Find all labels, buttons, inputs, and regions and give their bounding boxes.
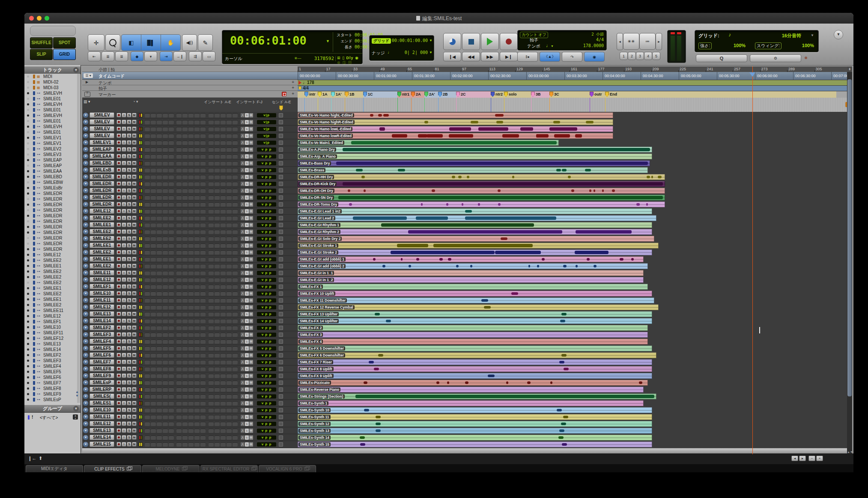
io-mini-button[interactable]: 1 (245, 209, 249, 213)
insert-slot[interactable] (163, 387, 168, 392)
input-monitor-button[interactable]: I (122, 202, 126, 207)
insert-slot[interactable] (200, 312, 206, 316)
record-enable-button[interactable] (116, 140, 121, 145)
record-button[interactable] (500, 33, 518, 50)
mute-button[interactable]: M (132, 366, 137, 371)
audio-clip[interactable]: SMILEs-E.Gt Solo Dry 2 (298, 236, 654, 242)
track-show-dot[interactable] (27, 126, 29, 128)
record-enable-button[interactable] (116, 380, 121, 385)
insert-slot[interactable] (169, 394, 174, 399)
return-to-zero-button[interactable]: ❙◀ (443, 52, 461, 61)
solo-button[interactable]: S (127, 312, 131, 316)
io-mini-button[interactable]: 中 (249, 401, 253, 405)
track-collapse-chevron[interactable]: ▼ (83, 305, 88, 310)
send-slot[interactable] (209, 401, 214, 405)
send-slot[interactable] (215, 141, 220, 145)
solo-button[interactable]: S (127, 298, 131, 303)
input-monitor-button[interactable]: I (122, 428, 126, 433)
marker-label[interactable]: 3B (536, 92, 541, 96)
track-show-dot[interactable] (27, 348, 29, 351)
track-name-button[interactable]: SMILE10 (89, 407, 114, 413)
io-mini-button[interactable]: 入 (241, 326, 245, 330)
mute-button[interactable]: M (132, 140, 137, 145)
io-mini-button[interactable]: 入 (241, 154, 245, 159)
insert-slot[interactable] (169, 189, 174, 193)
io-window-button[interactable] (279, 175, 283, 179)
insert-slot[interactable] (145, 202, 150, 207)
send-slot[interactable] (227, 264, 232, 268)
solo-button[interactable]: S (127, 147, 131, 152)
io-mini-button[interactable]: 入 (241, 223, 245, 227)
track-collapse-chevron[interactable]: ▼ (83, 339, 88, 344)
sidebar-track-item[interactable]: ⊶SMILEDR (24, 241, 78, 246)
send-slot[interactable] (227, 394, 232, 399)
insert-slot[interactable] (194, 346, 200, 351)
insert-slot[interactable] (151, 168, 156, 172)
mute-button[interactable]: M (132, 332, 137, 337)
io-mini-button[interactable]: 1 (245, 285, 249, 289)
insert-slot[interactable] (163, 346, 168, 351)
volume-pan-display[interactable]: v|p (257, 134, 276, 138)
track-collapse-chevron[interactable]: ▼ (83, 250, 88, 255)
solo-button[interactable]: S (127, 435, 131, 440)
sidebar-track-item[interactable]: ⊶SMILE01 (24, 96, 78, 102)
io-mini-button[interactable]: 中 (249, 429, 253, 433)
send-slot[interactable] (227, 415, 232, 419)
insert-slot[interactable] (188, 442, 194, 447)
play-button[interactable] (481, 33, 499, 50)
track-show-dot[interactable] (27, 209, 29, 211)
sidebar-track-item[interactable]: ⊶SMILEF6 (24, 375, 78, 380)
send-slot[interactable] (209, 291, 214, 296)
io-window-button[interactable] (279, 278, 283, 282)
send-slot[interactable] (215, 257, 220, 261)
insert-slot[interactable] (200, 134, 206, 138)
audio-clip[interactable]: SMILEs-FX 10 Uplift (298, 291, 652, 297)
send-slot[interactable] (215, 147, 220, 152)
io-mini-button[interactable]: 入 (241, 285, 245, 289)
insert-slot[interactable] (182, 374, 188, 378)
track-show-dot[interactable] (27, 393, 29, 395)
insert-slot[interactable] (145, 120, 150, 124)
insert-slot[interactable] (182, 223, 188, 227)
insert-slot[interactable] (176, 264, 182, 268)
insert-slot[interactable] (163, 113, 168, 117)
pan-right-button[interactable]: ▸ (799, 456, 806, 461)
send-slot[interactable] (209, 319, 214, 323)
io-window-button[interactable] (279, 374, 283, 378)
insert-slot[interactable] (200, 346, 206, 351)
record-enable-button[interactable] (116, 442, 121, 447)
send-slot[interactable] (221, 319, 226, 323)
input-monitor-button[interactable]: I (122, 421, 126, 426)
input-monitor-button[interactable]: I (122, 353, 126, 357)
insert-slot[interactable] (169, 202, 174, 207)
send-slot[interactable] (233, 161, 238, 165)
insert-slot[interactable] (163, 161, 168, 165)
mute-button[interactable]: M (132, 401, 137, 405)
insert-slot[interactable] (169, 223, 174, 227)
insert-slot[interactable] (176, 381, 182, 385)
mute-button[interactable]: M (132, 161, 137, 165)
track-name-button[interactable]: SMILES( (89, 393, 114, 399)
insert-slot[interactable] (188, 394, 194, 399)
send-slot[interactable] (221, 182, 226, 186)
track-show-dot[interactable] (27, 365, 29, 367)
io-mini-button[interactable]: 中 (249, 120, 253, 124)
insert-slot[interactable] (176, 209, 182, 213)
track-collapse-chevron[interactable]: ▼ (83, 113, 88, 118)
track-show-dot[interactable] (27, 371, 29, 373)
track-collapse-chevron[interactable]: ▼ (83, 264, 88, 269)
tempo-note-icon[interactable]: ♩▼ (546, 43, 554, 48)
insert-slot[interactable] (157, 339, 162, 344)
insert-slot[interactable] (145, 154, 150, 159)
io-mini-button[interactable]: 中 (249, 189, 253, 193)
meter-add-button[interactable]: + (292, 85, 294, 90)
send-slot[interactable] (209, 429, 214, 433)
track-show-dot[interactable] (27, 287, 29, 289)
io-mini-button[interactable]: 入 (241, 161, 245, 165)
record-enable-button[interactable] (116, 428, 121, 433)
insert-slot[interactable] (182, 271, 188, 275)
volume-pan-display[interactable]: v p p (257, 209, 276, 213)
sidebar-track-item[interactable]: ⊶SMILEE2 (24, 302, 78, 308)
io-mini-button[interactable]: 1 (245, 202, 249, 207)
record-enable-button[interactable] (116, 181, 121, 186)
